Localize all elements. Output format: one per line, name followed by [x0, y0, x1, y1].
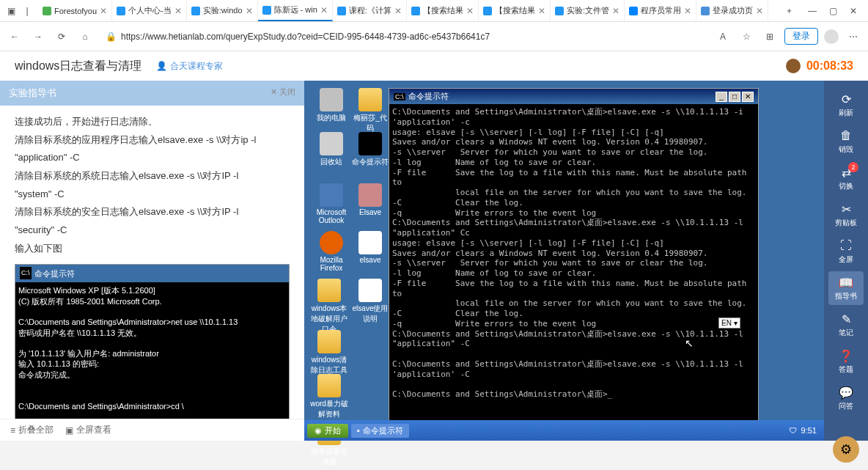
expert-link[interactable]: 👤 合天课程专家	[156, 60, 223, 73]
tab-close-icon[interactable]: ✕	[538, 6, 545, 16]
browser-tab[interactable]: 实验:windo✕	[187, 0, 258, 21]
browser-tab[interactable]: 陈新远 - win✕	[258, 0, 333, 21]
taskbar[interactable]: ◉ 开始 ▪ 命令提示符 🛡 9:51	[304, 420, 824, 441]
ime-indicator[interactable]: EN ▾	[718, 317, 740, 328]
person-icon: 👤	[156, 61, 167, 71]
collections-icon[interactable]: ⊞	[761, 28, 779, 45]
guide-icon: 📖	[839, 275, 853, 290]
desktop-icon-winclear[interactable]: windows清除日志工具	[309, 330, 350, 375]
sidebar-item-switch[interactable]: ⇄切换2	[828, 161, 864, 195]
home-button[interactable]: ⌂	[76, 28, 94, 45]
new-tab-button[interactable]: ＋	[781, 5, 798, 16]
guide-header: 实验指导书 ✕ 关闭	[0, 81, 304, 106]
sidebar-item-qa[interactable]: 💬问答	[828, 381, 864, 415]
divider: |	[22, 6, 32, 16]
desktop-icon-elsaveuse[interactable]: elsave使用说明	[350, 279, 391, 324]
browser-tab[interactable]: 【搜索结果✕	[479, 0, 551, 21]
sidebar-item-notes[interactable]: ✎笔记	[828, 308, 864, 342]
vm-desktop[interactable]: 我的电脑 梅丽莎_代码 回收站 命令提示符 Microsoft Outlook …	[304, 81, 824, 441]
cmd-screenshot: 命令提示符 Microsoft Windows XP [版本 5.1.2600]…	[15, 264, 290, 419]
qa-icon: 💬	[839, 385, 853, 400]
tab-favicon-icon	[411, 7, 420, 15]
refresh-icon: ⟳	[839, 92, 853, 106]
right-sidebar: ⟳刷新🗑销毁⇄切换2✂剪贴板⛶全屏📖指导书✎笔记❓答题💬问答⚙	[824, 81, 868, 441]
tab-close-icon[interactable]: ✕	[756, 6, 763, 16]
desktop-icon-cmdprompt[interactable]: 命令提示符	[352, 132, 389, 167]
back-button[interactable]: ←	[6, 28, 23, 45]
avatar[interactable]	[824, 29, 839, 44]
url-bar[interactable]: 🔒 https://www.hetianlab.com/queryExpStud…	[100, 32, 708, 42]
browser-tab[interactable]: 个人中心-当✕	[112, 0, 187, 21]
tab-close-icon[interactable]: ✕	[612, 6, 619, 16]
sidebar-item-clipboard[interactable]: ✂剪贴板	[828, 198, 864, 232]
browser-tabs: Forestofyou✕个人中心-当✕实验:windo✕陈新远 - win✕课程…	[38, 0, 781, 21]
tab-actions-icon[interactable]: ▣	[6, 6, 16, 16]
forward-button[interactable]: →	[29, 28, 47, 45]
desktop-icon-firefox[interactable]: Mozilla Firefox	[313, 231, 350, 272]
desktop-icon-winlocal[interactable]: windows本地破解用户口令	[309, 279, 350, 334]
maximize-button[interactable]: ▢	[827, 5, 839, 17]
sidebar-item-refresh[interactable]: ⟳刷新	[828, 88, 864, 122]
close-guide-button[interactable]: ✕ 关闭	[271, 87, 295, 100]
taskbar-item-cmd[interactable]: ▪ 命令提示符	[351, 424, 409, 438]
quiz-icon: ❓	[839, 348, 853, 363]
tray-icon[interactable]: 🛡	[789, 426, 797, 435]
refresh-button[interactable]: ⟳	[53, 28, 70, 45]
minimize-button[interactable]: ―	[806, 5, 818, 17]
tab-close-icon[interactable]: ✕	[394, 6, 402, 16]
cmd-window[interactable]: 命令提示符 _ □ ✕ C:\Documents and Settings\Ad…	[389, 88, 759, 440]
read-aloud-icon[interactable]: A	[714, 28, 732, 45]
sidebar-item-quiz[interactable]: ❓答题	[828, 345, 864, 378]
cmd-window-titlebar[interactable]: 命令提示符 _ □ ✕	[389, 89, 758, 104]
login-button[interactable]: 登录	[784, 28, 818, 45]
favorite-icon[interactable]: ☆	[738, 28, 755, 45]
tab-close-icon[interactable]: ✕	[174, 6, 182, 16]
tab-favicon-icon	[629, 7, 638, 15]
tab-favicon-icon	[262, 6, 271, 15]
sidebar-item-fullscreen[interactable]: ⛶全屏	[828, 235, 864, 268]
notes-icon: ✎	[839, 312, 853, 326]
cmd-window-content[interactable]: C:\Documents and Settings\Administrator\…	[389, 104, 758, 403]
sidebar-item-guide[interactable]: 📖指导书	[828, 271, 864, 305]
browser-tab[interactable]: 程序员常用✕	[625, 0, 696, 21]
desktop-icon-elsave[interactable]: Elsave	[352, 183, 389, 216]
desktop-icon-outlook[interactable]: Microsoft Outlook	[313, 183, 350, 224]
close-button[interactable]: ✕	[847, 5, 859, 17]
settings-gear-icon[interactable]: ⚙	[833, 436, 859, 463]
desktop-icon-elsave2[interactable]: elsave	[352, 231, 389, 264]
destroy-icon: 🗑	[839, 128, 853, 143]
tab-close-icon[interactable]: ✕	[684, 6, 691, 16]
cmd-maximize-button[interactable]: □	[729, 92, 740, 102]
desktop-icon-meilisha[interactable]: 梅丽莎_代码	[352, 88, 389, 133]
cmd-minimize-button[interactable]: _	[716, 92, 727, 102]
fullscreen-icon: ⛶	[839, 238, 853, 253]
desktop-icon-recyclebin[interactable]: 回收站	[313, 132, 350, 167]
system-tray[interactable]: 🛡 9:51	[784, 426, 821, 435]
tab-close-icon[interactable]: ✕	[466, 6, 474, 16]
browser-tab[interactable]: Forestofyou✕	[38, 0, 112, 21]
browser-tab[interactable]: 登录成功页✕	[696, 0, 768, 21]
tab-close-icon[interactable]: ✕	[100, 6, 107, 16]
cmd-close-button[interactable]: ✕	[742, 92, 754, 102]
badge: 2	[848, 162, 858, 172]
clipboard-icon: ✂	[839, 202, 853, 216]
guide-line: 清除目标系统的应用程序日志输入elsave.exe -s \\对方ip -l	[15, 131, 290, 150]
sidebar-item-destroy[interactable]: 🗑销毁	[828, 125, 864, 158]
browser-tab[interactable]: 实验:文件管✕	[551, 0, 625, 21]
desktop-icon-wordcrack[interactable]: word暴力破解资料	[309, 374, 350, 419]
tab-close-icon[interactable]: ✕	[320, 5, 328, 15]
clock-icon	[786, 59, 801, 73]
guide-line: 连接成功后，开始进行日志清除。	[15, 113, 290, 131]
start-button[interactable]: ◉ 开始	[307, 424, 348, 438]
tab-close-icon[interactable]: ✕	[246, 6, 253, 16]
fullscreen-view-button[interactable]: ▣ 全屏查看	[65, 424, 111, 436]
tab-favicon-icon	[337, 7, 346, 15]
guide-line: 清除目标系统的系统日志输入elsave.exe -s \\对方IP -l	[15, 167, 290, 186]
browser-tab[interactable]: 【搜索结果✕	[407, 0, 479, 21]
browser-tab[interactable]: 课程:《计算✕	[333, 0, 407, 21]
menu-icon[interactable]: ⋯	[845, 28, 862, 45]
cursor-icon: ↖	[685, 337, 694, 349]
page-title: windows日志查看与清理	[15, 59, 141, 74]
collapse-all-button[interactable]: ≡ 折叠全部	[10, 424, 54, 436]
desktop-icon-mycomputer[interactable]: 我的电脑	[313, 88, 350, 123]
